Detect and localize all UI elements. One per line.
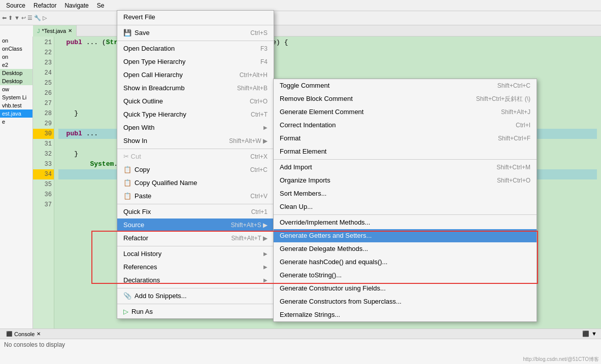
menu-divider-1 bbox=[117, 25, 274, 25]
console-area: ⬛ Console ✕ ⬛ ▼ No consoles to display bbox=[0, 329, 601, 364]
menu-copy-qualified-label: Copy Qualified Name bbox=[135, 176, 197, 190]
toolbar-icons: ⬅ ⬆ ▼ ↩ ☰ 🔧 ▷ bbox=[2, 15, 47, 21]
menu-navigate[interactable]: Navigate bbox=[60, 2, 92, 9]
menu-run-as[interactable]: ▷ Run As bbox=[117, 305, 274, 318]
menu-run-as-group: ▷ Run As bbox=[123, 305, 153, 318]
run-icon: ▷ bbox=[123, 305, 128, 318]
line-35: 35 bbox=[33, 179, 54, 190]
menu-add-snippets-label: Add to Snippets... bbox=[135, 289, 187, 303]
menu-source[interactable]: Source bbox=[2, 2, 29, 9]
menu-revert-file-label: Revert File bbox=[123, 11, 155, 24]
menu-generate-constructor-fields[interactable]: Generate Constructor using Fields... bbox=[274, 282, 537, 295]
line-36: 36 bbox=[33, 190, 54, 200]
line-33: 33 bbox=[33, 159, 54, 169]
menu-correct-indentation[interactable]: Correct Indentation Ctrl+I bbox=[274, 119, 537, 132]
tab-test-java[interactable]: J *Test.java ✕ bbox=[33, 25, 77, 37]
menu-open-declaration[interactable]: Open Declaration F3 bbox=[117, 42, 274, 55]
line-27: 27 bbox=[33, 98, 54, 108]
sidebar-item-5[interactable]: Desktop bbox=[0, 77, 32, 85]
menu-save[interactable]: 💾 Save Ctrl+S bbox=[117, 26, 274, 40]
sidebar: on onClass on e2 Desktop Desktop ow Syst… bbox=[0, 37, 33, 329]
sidebar-item-4[interactable]: Desktop bbox=[0, 69, 32, 77]
menu-save-label-group: 💾 Save bbox=[123, 26, 150, 40]
menu-open-call-hierarchy-label: Open Call Hierarchy bbox=[123, 68, 183, 82]
menu-sort-members-label: Sort Members... bbox=[280, 187, 326, 200]
menu-declarations-arrow: ▶ bbox=[263, 274, 268, 287]
context-menu-right: Toggle Comment Shift+Ctrl+C Remove Block… bbox=[273, 79, 537, 322]
console-btn-2[interactable]: ▼ bbox=[591, 331, 597, 337]
menu-refactor[interactable]: Refactor bbox=[29, 2, 60, 9]
menu-add-import[interactable]: Add Import Shift+Ctrl+M bbox=[274, 161, 537, 174]
sidebar-item-0[interactable]: on bbox=[0, 37, 32, 45]
menu-clean-up[interactable]: Clean Up... bbox=[274, 200, 537, 213]
menu-correct-indentation-label: Correct Indentation bbox=[280, 119, 336, 132]
menu-revert-file[interactable]: Revert File bbox=[117, 11, 274, 24]
menu-cut-shortcut: Ctrl+X bbox=[250, 150, 268, 163]
menu-declarations[interactable]: Declarations ▶ bbox=[117, 274, 274, 287]
sidebar-item-1[interactable]: onClass bbox=[0, 45, 32, 53]
menu-externalize-strings[interactable]: Externalize Strings... bbox=[274, 308, 537, 321]
menu-generate-constructors-superclass[interactable]: Generate Constructors from Superclass... bbox=[274, 295, 537, 308]
menu-show-in[interactable]: Show In Shift+Alt+W ▶ bbox=[117, 134, 274, 148]
menu-save-label: Save bbox=[135, 26, 150, 40]
menu-toggle-comment[interactable]: Toggle Comment Shift+Ctrl+C bbox=[274, 79, 537, 92]
menu-copy-qualified[interactable]: 📋 Copy Qualified Name bbox=[117, 176, 274, 190]
menu-copy[interactable]: 📋 Copy Ctrl+C bbox=[117, 163, 274, 176]
menu-quick-outline[interactable]: Quick Outline Ctrl+O bbox=[117, 95, 274, 108]
menu-references[interactable]: References ▶ bbox=[117, 261, 274, 274]
line-37: 37 bbox=[33, 200, 54, 210]
menu-add-snippets[interactable]: 📎 Add to Snippets... bbox=[117, 289, 274, 303]
console-tab[interactable]: ⬛ Console ✕ bbox=[2, 331, 45, 337]
menu-sort-members[interactable]: Sort Members... bbox=[274, 187, 537, 200]
sidebar-item-9[interactable]: est.java bbox=[0, 110, 32, 118]
sidebar-item-6[interactable]: ow bbox=[0, 85, 32, 93]
snippets-icon: 📎 bbox=[123, 289, 131, 303]
menu-open-type-hierarchy[interactable]: Open Type Hierarchy F4 bbox=[117, 55, 274, 68]
sidebar-item-3[interactable]: e2 bbox=[0, 61, 32, 69]
menu-bar: Source Refactor Navigate Se bbox=[0, 0, 601, 11]
menu-remove-block-comment[interactable]: Remove Block Comment Shift+Ctrl+反斜杠 (\) bbox=[274, 92, 537, 105]
menu-show-breadcrumb[interactable]: Show in Breadcrumb Shift+Alt+B bbox=[117, 82, 274, 95]
tab-close-icon[interactable]: ✕ bbox=[68, 28, 72, 33]
menu-se[interactable]: Se bbox=[93, 2, 109, 9]
tab-label: *Test.java bbox=[42, 28, 66, 34]
menu-generate-delegate-methods[interactable]: Generate Delegate Methods... bbox=[274, 242, 537, 256]
console-tab-close-icon[interactable]: ✕ bbox=[37, 331, 41, 337]
menu-correct-indentation-shortcut: Ctrl+I bbox=[516, 119, 530, 132]
menu-generate-tostring[interactable]: Generate toString()... bbox=[274, 269, 537, 282]
menu-open-call-hierarchy[interactable]: Open Call Hierarchy Ctrl+Alt+H bbox=[117, 68, 274, 82]
menu-quick-fix-shortcut: Ctrl+1 bbox=[251, 205, 268, 219]
menu-quick-fix[interactable]: Quick Fix Ctrl+1 bbox=[117, 205, 274, 219]
menu-format[interactable]: Format Shift+Ctrl+F bbox=[274, 132, 537, 145]
menu-divider-5 bbox=[117, 246, 274, 246]
menu-generate-constructors-superclass-label: Generate Constructors from Superclass... bbox=[280, 295, 402, 308]
menu-open-with-label: Open With bbox=[123, 121, 154, 134]
menu-copy-group: 📋 Copy bbox=[123, 163, 150, 176]
menu-source[interactable]: Source Shift+Alt+S ▶ bbox=[117, 219, 274, 232]
menu-source-shortcut: Shift+Alt+S ▶ bbox=[231, 219, 268, 232]
menu-generate-element-comment[interactable]: Generate Element Comment Shift+Alt+J bbox=[274, 105, 537, 119]
menu-quick-type-hierarchy[interactable]: Quick Type Hierarchy Ctrl+T bbox=[117, 108, 274, 121]
menu-paste-group: 📋 Paste bbox=[123, 190, 151, 203]
copy-icon: 📋 bbox=[123, 163, 131, 176]
menu-generate-hashcode-equals-label: Generate hashCode() and equals()... bbox=[280, 256, 387, 269]
sidebar-item-8[interactable]: vhb.test bbox=[0, 101, 32, 110]
menu-generate-getters-setters[interactable]: Generate Getters and Setters... bbox=[274, 229, 537, 242]
sidebar-item-2[interactable]: on bbox=[0, 53, 32, 61]
sidebar-item-7[interactable]: System Li bbox=[0, 93, 32, 101]
toolbar: ⬅ ⬆ ▼ ↩ ☰ 🔧 ▷ bbox=[0, 11, 601, 25]
sidebar-item-10[interactable]: e bbox=[0, 118, 32, 126]
menu-open-with[interactable]: Open With ▶ bbox=[117, 121, 274, 134]
menu-generate-hashcode-equals[interactable]: Generate hashCode() and equals()... bbox=[274, 256, 537, 269]
menu-format-element[interactable]: Format Element bbox=[274, 145, 537, 158]
console-btn-1[interactable]: ⬛ bbox=[582, 331, 589, 337]
menu-organize-imports[interactable]: Organize Imports Shift+Ctrl+O bbox=[274, 174, 537, 187]
menu-paste[interactable]: 📋 Paste Ctrl+V bbox=[117, 190, 274, 203]
menu-override-implement[interactable]: Override/Implement Methods... bbox=[274, 216, 537, 229]
line-34: 34 bbox=[33, 169, 54, 179]
menu-add-import-label: Add Import bbox=[280, 161, 312, 174]
menu-local-history[interactable]: Local History ▶ bbox=[117, 247, 274, 261]
menu-open-type-hierarchy-shortcut: F4 bbox=[260, 55, 268, 68]
menu-refactor[interactable]: Refactor Shift+Alt+T ▶ bbox=[117, 232, 274, 245]
menu-refactor-shortcut: Shift+Alt+T ▶ bbox=[231, 232, 268, 245]
